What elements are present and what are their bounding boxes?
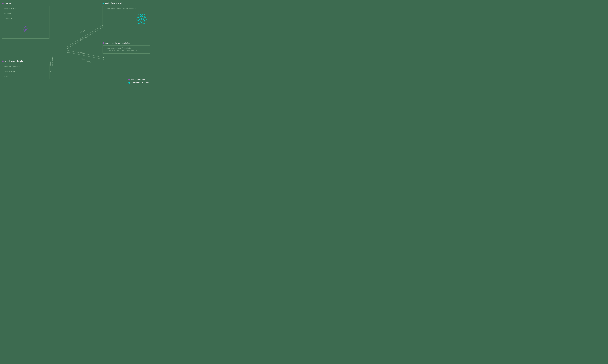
business-logic-box: caching requests file-system etc... [2,64,49,79]
svg-text:action: action [50,61,51,66]
svg-line-4 [67,25,104,47]
redux-box: single store actions reducers [2,6,49,39]
caching-requests: caching requests [2,64,49,69]
system-tray-title: system tray module [103,42,150,44]
svg-text:action: action [80,30,85,33]
svg-line-5 [67,26,104,49]
diagram-container: redux single store actions reducers busi… [0,0,152,91]
redux-logo-icon [21,25,31,35]
business-logic-section: business logic caching requests file-sys… [2,60,49,79]
business-dot [2,61,3,62]
redux-title: redux [2,2,49,5]
redux-logo-area [2,21,49,39]
react-logo-icon [136,13,147,25]
business-logic-title: business logic [2,60,49,63]
svg-point-3 [141,18,142,20]
legend-renderer-dot [128,82,130,84]
web-frontend-title: web frontend [103,2,150,5]
redux-section: redux single store actions reducers [2,2,49,39]
legend-renderer-process: renderer process [128,82,150,84]
svg-text:action: action [80,52,86,55]
svg-text:subscription: subscription [80,35,91,40]
web-frontend-box: render main browser window contents [103,6,150,27]
legend: main process renderer process [128,78,150,85]
system-tray-section: system tray module render system tray fr… [103,42,150,53]
web-frontend-dot [103,3,104,4]
redux-reducers: reducers [2,16,49,21]
svg-text:subscription: subscription [80,58,91,63]
redux-actions: actions [2,11,49,16]
legend-main-dot [128,79,130,80]
svg-line-6 [67,50,104,58]
svg-line-7 [67,52,104,60]
system-tray-box: render system tray from state (native el… [103,46,150,53]
web-frontend-section: web frontend render main browser window … [103,2,150,27]
redux-dot [2,3,3,4]
svg-text:subscription: subscription [52,56,53,66]
system-tray-desc: render system tray from state (native el… [103,46,150,53]
redux-single-store: single store [2,6,49,11]
react-logo-area [103,11,150,27]
web-frontend-desc: render main browser window contents [103,6,150,11]
legend-main-process: main process [128,78,150,81]
system-tray-dot [103,42,104,44]
file-system: file-system [2,69,49,74]
etc: etc... [2,74,49,79]
